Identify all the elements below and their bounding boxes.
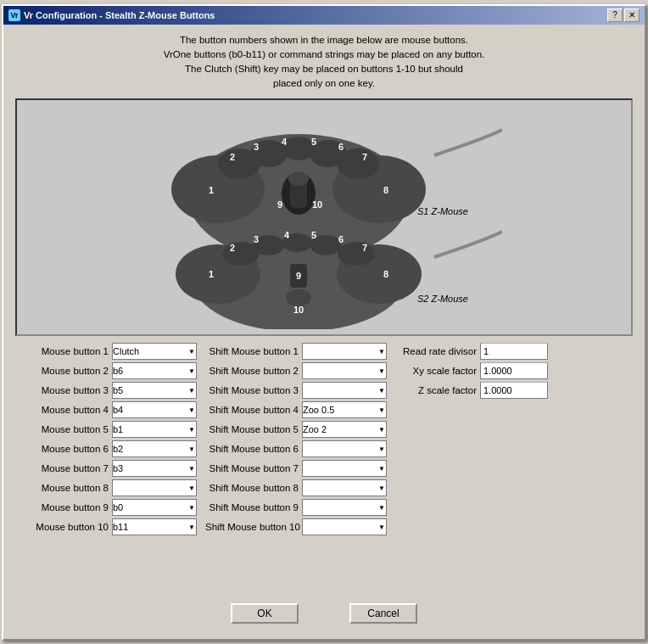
svg-text:1: 1: [209, 269, 214, 279]
mouse-btn-10-label: Mouse button 10: [15, 522, 109, 532]
titlebar-left: Vr Vr Configuration - Stealth Z-Mouse Bu…: [8, 9, 215, 21]
svg-text:9: 9: [296, 271, 301, 281]
shift-btn-9-row: Shift Mouse button 9 b0: [205, 499, 387, 516]
shift-btn-6-select[interactable]: b0Zoo 0.5: [302, 440, 387, 457]
mouse-btn-4-label: Mouse button 4: [15, 405, 109, 415]
shift-btn-3-select[interactable]: b0b1: [302, 382, 387, 399]
mouse-btn-5-row: Mouse button 5 b0b1b2b3b4b5b6: [15, 421, 197, 438]
mouse-btn-4-select[interactable]: b0b1b2b3b4b5b6: [112, 401, 197, 418]
mouse-btn-9-row: Mouse button 9 b0b1b2b3b4b5b6: [15, 499, 197, 516]
mouse-btn-1-row: Mouse button 1 Clutchb0b1b2b3b4b5b6b7b8b…: [15, 343, 197, 360]
shift-btn-2-wrapper: b0b1: [302, 362, 387, 379]
svg-text:4: 4: [282, 137, 288, 147]
mouse-btn-7-label: Mouse button 7: [15, 463, 109, 473]
description-text: The button numbers shown in the image be…: [15, 33, 633, 92]
svg-text:6: 6: [338, 142, 344, 152]
shift-btn-3-label: Shift Mouse button 3: [205, 385, 299, 395]
shift-btn-1-wrapper: b0b1Zoo 0.5Zoo 2: [302, 343, 387, 360]
svg-point-31: [286, 289, 311, 306]
svg-text:8: 8: [383, 269, 388, 279]
mouse-btn-3-wrapper: b6b0b1b2b3b4b5b7: [112, 382, 197, 399]
shift-btn-8-label: Shift Mouse button 8: [205, 483, 299, 493]
shift-btn-4-wrapper: Zoo 0.5Zoo 2b0: [302, 401, 387, 418]
shift-btn-1-row: Shift Mouse button 1 b0b1Zoo 0.5Zoo 2: [205, 343, 387, 360]
svg-text:9: 9: [277, 199, 282, 210]
shift-btn-10-select[interactable]: b0: [302, 518, 387, 535]
svg-text:10: 10: [293, 305, 304, 315]
titlebar: Vr Vr Configuration - Stealth Z-Mouse Bu…: [3, 6, 645, 25]
z-scale-input[interactable]: [480, 382, 548, 399]
shift-btn-7-row: Shift Mouse button 7 b0: [205, 460, 387, 477]
xy-scale-label: Xy scale factor: [400, 366, 477, 376]
button-row: OK Cancel: [15, 603, 633, 630]
shift-btn-5-wrapper: Zoo 0.5Zoo 2b0: [302, 421, 387, 438]
svg-text:7: 7: [362, 152, 367, 162]
shift-btn-9-label: Shift Mouse button 9: [205, 502, 299, 512]
mouse-btn-2-wrapper: b6b0b1b2b3b4b5b7b8b9b10b11: [112, 362, 197, 379]
mouse-btn-3-label: Mouse button 3: [15, 385, 109, 395]
z-scale-label: Z scale factor: [400, 385, 477, 395]
svg-text:8: 8: [383, 185, 388, 195]
z-scale-row: Z scale factor: [400, 382, 548, 399]
mouse-btn-9-wrapper: b0b1b2b3b4b5b6: [112, 499, 197, 516]
shift-btn-3-wrapper: b0b1: [302, 382, 387, 399]
shift-btn-7-select[interactable]: b0: [302, 460, 387, 477]
shift-btn-4-select[interactable]: Zoo 0.5Zoo 2b0: [302, 401, 387, 418]
mouse-btn-7-select[interactable]: b0b1b2b3b4b5b6: [112, 460, 197, 477]
shift-btn-9-select[interactable]: b0: [302, 499, 387, 516]
svg-text:1: 1: [209, 185, 214, 195]
shift-btn-5-select[interactable]: Zoo 0.5Zoo 2b0: [302, 421, 387, 438]
shift-btn-7-wrapper: b0: [302, 460, 387, 477]
shift-btn-4-label: Shift Mouse button 4: [205, 405, 299, 415]
mouse-btn-2-select[interactable]: b6b0b1b2b3b4b5b7b8b9b10b11: [112, 362, 197, 379]
shift-btn-1-select[interactable]: b0b1Zoo 0.5Zoo 2: [302, 343, 387, 360]
mouse-btn-3-select[interactable]: b6b0b1b2b3b4b5b7: [112, 382, 197, 399]
mouse-diagram: 1 2 3 4 5 6 7 8 9 10 S1 Z-Mouse: [146, 104, 502, 329]
mouse-btn-4-wrapper: b0b1b2b3b4b5b6: [112, 401, 197, 418]
svg-text:5: 5: [311, 230, 316, 240]
shift-btn-5-label: Shift Mouse button 5: [205, 424, 299, 434]
xy-scale-input[interactable]: [480, 362, 548, 379]
cancel-button[interactable]: Cancel: [349, 603, 417, 624]
shift-btn-8-row: Shift Mouse button 8 b0: [205, 479, 387, 496]
svg-text:4: 4: [284, 230, 290, 240]
mouse-btn-5-select[interactable]: b0b1b2b3b4b5b6: [112, 421, 197, 438]
svg-text:3: 3: [254, 142, 259, 152]
mouse-btn-6-select[interactable]: b0b1b2b3b4b5b6: [112, 440, 197, 457]
xy-scale-row: Xy scale factor: [400, 362, 548, 379]
mouse-btn-1-select[interactable]: Clutchb0b1b2b3b4b5b6b7b8b9b10b11: [112, 343, 197, 360]
mouse-btn-1-label: Mouse button 1: [15, 346, 109, 356]
close-button[interactable]: ✕: [624, 8, 640, 22]
desc-line1: The button numbers shown in the image be…: [15, 33, 633, 48]
app-icon: Vr: [8, 9, 20, 21]
mouse-btn-3-row: Mouse button 3 b6b0b1b2b3b4b5b7: [15, 382, 197, 399]
svg-text:2: 2: [230, 243, 235, 253]
shift-btn-6-label: Shift Mouse button 6: [205, 444, 299, 454]
desc-line2: VrOne buttons (b0-b11) or command string…: [15, 48, 633, 62]
read-rate-row: Read rate divisor: [400, 343, 548, 360]
mouse-btn-8-select[interactable]: b0b1b2b3b4b5b6: [112, 479, 197, 496]
mouse-btn-2-label: Mouse button 2: [15, 366, 109, 376]
shift-btn-10-wrapper: b0: [302, 518, 387, 535]
desc-line4: placed only on one key.: [15, 76, 633, 91]
mouse-btn-4-row: Mouse button 4 b0b1b2b3b4b5b6: [15, 401, 197, 418]
read-rate-input[interactable]: [480, 343, 548, 360]
shift-btn-8-select[interactable]: b0: [302, 479, 387, 496]
mouse-btn-8-row: Mouse button 8 b0b1b2b3b4b5b6: [15, 479, 197, 496]
ok-button[interactable]: OK: [231, 603, 299, 624]
mouse-btn-7-row: Mouse button 7 b0b1b2b3b4b5b6: [15, 460, 197, 477]
svg-text:2: 2: [230, 152, 235, 162]
content-area: The button numbers shown in the image be…: [3, 25, 645, 639]
mouse-buttons-column: Mouse button 1 Clutchb0b1b2b3b4b5b6b7b8b…: [15, 343, 197, 591]
main-window: Vr Vr Configuration - Stealth Z-Mouse Bu…: [2, 4, 646, 641]
mouse-btn-9-select[interactable]: b0b1b2b3b4b5b6: [112, 499, 197, 516]
mouse-btn-6-label: Mouse button 6: [15, 444, 109, 454]
mouse-btn-10-select[interactable]: b0b1b2b3b4b5b6b7b8b9b10b11: [112, 518, 197, 535]
svg-point-29: [338, 242, 375, 266]
help-button[interactable]: ?: [607, 8, 623, 22]
shift-btn-6-wrapper: b0Zoo 0.5: [302, 440, 387, 457]
shift-btn-10-row: Shift Mouse button 10 b0: [205, 518, 387, 535]
shift-btn-2-select[interactable]: b0b1: [302, 362, 387, 379]
shift-btn-9-wrapper: b0: [302, 499, 387, 516]
shift-btn-2-row: Shift Mouse button 2 b0b1: [205, 362, 387, 379]
